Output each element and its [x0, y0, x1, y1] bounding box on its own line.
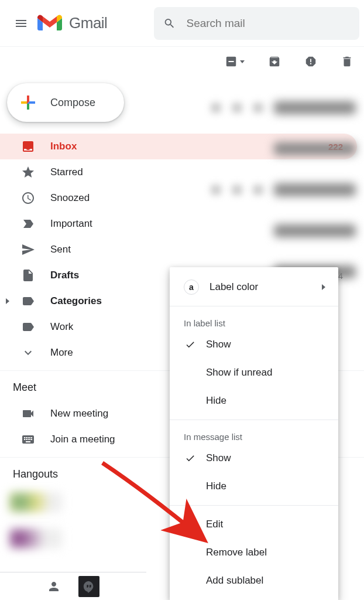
nav-label: New meeting — [50, 408, 108, 420]
plus-icon — [18, 92, 39, 113]
nav-label: Important — [50, 218, 92, 230]
label-context-menu: a Label color In label list Show Show if… — [170, 267, 338, 600]
app-name: Gmail — [69, 14, 107, 32]
mail-row[interactable] — [211, 135, 364, 163]
color-badge: a — [184, 279, 199, 295]
person-icon[interactable] — [47, 579, 61, 594]
trash-icon — [341, 55, 353, 68]
dropdown-caret-icon — [240, 60, 245, 63]
label-icon — [21, 294, 35, 308]
keyboard-icon — [21, 432, 35, 446]
menu-label: Label color — [210, 281, 258, 293]
search-input[interactable] — [186, 17, 350, 30]
compose-button[interactable]: Compose — [7, 83, 124, 122]
star-icon — [21, 165, 35, 179]
select-box-icon — [225, 55, 238, 68]
menu-remove-label[interactable]: Remove label — [170, 538, 338, 567]
compose-label: Compose — [50, 97, 95, 109]
menu-label: Remove label — [206, 547, 267, 558]
inbox-icon — [21, 139, 35, 154]
main-menu-button[interactable] — [7, 9, 35, 38]
important-icon — [21, 217, 35, 231]
mail-toolbar — [0, 47, 364, 76]
menu-label: Show — [206, 339, 231, 350]
mail-row[interactable] — [211, 217, 364, 245]
archive-icon — [268, 55, 281, 68]
menu-hide[interactable]: Hide — [170, 387, 338, 415]
search-bar[interactable] — [154, 7, 359, 40]
menu-section-message-list: In message list — [170, 425, 338, 444]
nav-label: Starred — [50, 166, 83, 178]
select-all-button[interactable] — [225, 55, 245, 68]
menu-show[interactable]: Show — [170, 330, 338, 359]
nav-label: Categories — [50, 295, 102, 307]
separator — [170, 306, 338, 306]
menu-hide-msg[interactable]: Hide — [170, 472, 338, 500]
header: Gmail — [0, 0, 364, 47]
gmail-logo-icon — [37, 14, 62, 33]
menu-label: Edit — [206, 519, 223, 530]
send-icon — [21, 243, 35, 257]
menu-show-msg[interactable]: Show — [170, 444, 338, 472]
separator — [170, 505, 338, 506]
menu-add-sublabel[interactable]: Add sublabel — [170, 567, 338, 595]
menu-label-color[interactable]: a Label color — [170, 273, 338, 301]
nav-label: Snoozed — [50, 192, 90, 204]
nav-label: Inbox — [50, 141, 77, 152]
nav-label: Sent — [50, 244, 71, 255]
search-icon — [163, 16, 176, 30]
hangout-contact[interactable] — [9, 529, 62, 548]
menu-edit[interactable]: Edit — [170, 510, 338, 538]
nav-label: Drafts — [50, 270, 79, 281]
chevron-down-icon — [21, 346, 35, 360]
file-icon — [21, 268, 35, 282]
menu-label: Add sublabel — [206, 575, 263, 587]
clock-icon — [21, 191, 35, 205]
hangouts-tab[interactable] — [78, 576, 99, 597]
logo[interactable]: Gmail — [37, 14, 107, 33]
hangout-contact[interactable] — [9, 492, 62, 512]
nav-label: Join a meeting — [50, 434, 115, 445]
hamburger-icon — [14, 16, 28, 30]
menu-label: Hide — [206, 480, 226, 492]
menu-label: Show if unread — [206, 367, 272, 379]
report-spam-button[interactable] — [304, 55, 317, 68]
delete-button[interactable] — [341, 55, 353, 68]
menu-label: Show — [206, 452, 231, 464]
check-icon — [184, 339, 197, 350]
label-icon — [21, 320, 35, 334]
menu-show-if-unread[interactable]: Show if unread — [170, 359, 338, 387]
spam-icon — [304, 55, 317, 68]
mail-row[interactable] — [211, 94, 364, 122]
separator — [170, 420, 338, 420]
submenu-caret-icon — [322, 284, 325, 290]
video-icon — [21, 407, 35, 421]
nav-label: Work — [50, 321, 73, 333]
archive-button[interactable] — [268, 55, 281, 68]
menu-section-label-list: In label list — [170, 311, 338, 330]
hangouts-icon — [83, 580, 95, 593]
check-icon — [184, 453, 197, 463]
nav-label: More — [50, 347, 73, 359]
menu-label: Hide — [206, 395, 226, 407]
expand-caret-icon — [6, 298, 9, 304]
mail-row[interactable] — [211, 176, 364, 204]
footer-tabs — [0, 572, 146, 600]
